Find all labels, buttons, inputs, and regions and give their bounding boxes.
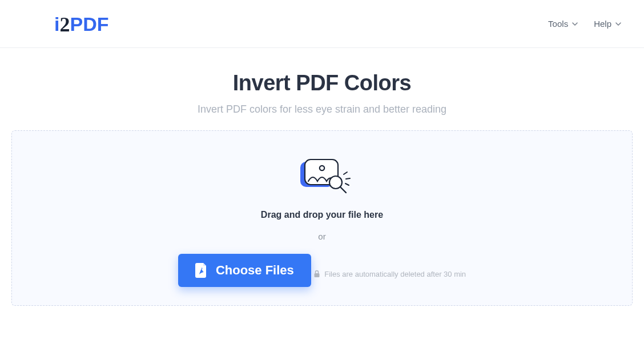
svg-rect-8: [315, 273, 320, 277]
nav: Tools Help: [548, 19, 621, 29]
nav-tools[interactable]: Tools: [548, 19, 578, 29]
auto-delete-text: Files are automatically deleted after 30…: [324, 270, 466, 278]
logo-i: i: [54, 13, 59, 35]
page-title: Invert PDF Colors: [0, 71, 644, 95]
or-divider: or: [18, 232, 626, 241]
hero: Invert PDF Colors Invert PDF colors for …: [0, 48, 644, 130]
auto-delete-note: Files are automatically deleted after 30…: [313, 270, 466, 278]
drop-area[interactable]: Drag and drop your file here or Choose F…: [11, 130, 633, 306]
svg-line-5: [344, 172, 347, 174]
nav-help-label: Help: [594, 19, 611, 29]
pdf-file-icon: [195, 263, 208, 278]
svg-line-6: [346, 178, 350, 179]
lock-icon: [313, 270, 320, 278]
image-search-icon: [293, 158, 351, 197]
choose-files-label: Choose Files: [216, 263, 294, 278]
logo-pdf: PDF: [70, 13, 108, 35]
svg-line-4: [340, 187, 346, 193]
svg-line-7: [345, 184, 349, 185]
chevron-down-icon: [615, 21, 621, 27]
drag-drop-text: Drag and drop your file here: [18, 210, 626, 220]
logo-2: 2: [59, 13, 70, 37]
nav-help[interactable]: Help: [594, 19, 621, 29]
chevron-down-icon: [572, 21, 578, 27]
nav-tools-label: Tools: [548, 19, 568, 29]
header: i2PDF Tools Help: [0, 0, 644, 48]
logo[interactable]: i2PDF: [54, 12, 108, 36]
page-subtitle: Invert PDF colors for less eye strain an…: [0, 103, 644, 115]
choose-files-button[interactable]: Choose Files: [178, 254, 311, 287]
